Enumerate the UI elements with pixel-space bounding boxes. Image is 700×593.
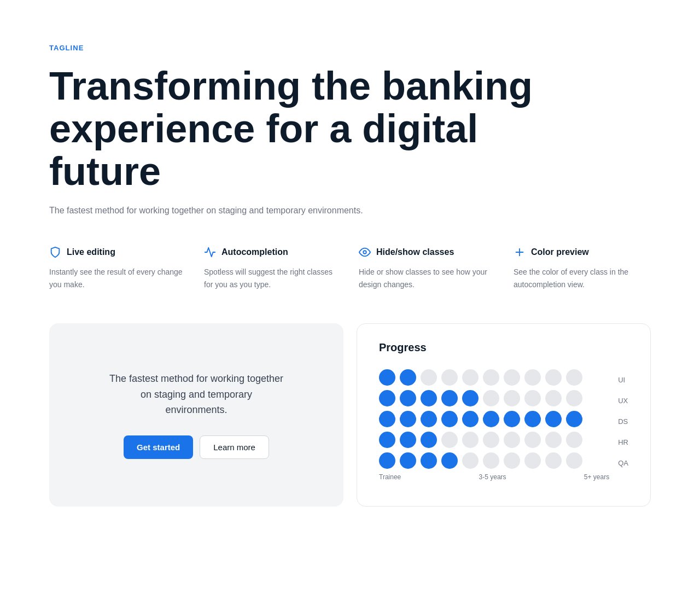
x-label-trainee: Trainee [379, 473, 401, 481]
svg-point-0 [363, 251, 366, 254]
dot [421, 432, 437, 448]
dot [462, 411, 479, 427]
dot-grid: Trainee 3-5 years 5+ years [379, 369, 609, 489]
row-label-ui: UI [618, 369, 628, 390]
feature-header: Autocompletion [204, 246, 341, 258]
row-label-ds: DS [618, 411, 628, 432]
dot [400, 369, 416, 386]
dot [566, 390, 582, 406]
progress-card: Progress [357, 323, 651, 507]
dot [545, 452, 562, 469]
dot [421, 369, 437, 386]
dot [483, 432, 499, 448]
get-started-button[interactable]: Get started [124, 435, 193, 459]
dot [524, 369, 541, 386]
hide-show-icon [359, 246, 371, 258]
cta-buttons: Get started Learn more [124, 435, 269, 459]
learn-more-button[interactable]: Learn more [200, 435, 269, 459]
feature-title: Autocompletion [221, 247, 288, 257]
feature-header: Live editing [49, 246, 186, 258]
dot [504, 432, 520, 448]
dot [441, 369, 458, 386]
feature-desc: See the color of every class in the auto… [514, 266, 651, 290]
dot [462, 369, 479, 386]
dot [400, 432, 416, 448]
dot [462, 432, 479, 448]
dot [566, 369, 582, 386]
hero-subtitle: The fastest method for working together … [49, 206, 377, 216]
dot-row-ux [379, 390, 609, 406]
dot [400, 411, 416, 427]
dot [504, 369, 520, 386]
feature-header: Hide/show classes [359, 246, 496, 258]
live-editing-icon [49, 246, 61, 258]
features-grid: Live editing Instantly see the result of… [49, 246, 651, 290]
dot [441, 452, 458, 469]
dot [421, 390, 437, 406]
dot [379, 390, 395, 406]
dot [462, 452, 479, 469]
hero-title: Transforming the banking experience for … [49, 65, 596, 193]
dot [504, 452, 520, 469]
autocompletion-icon [204, 246, 216, 258]
dot [545, 390, 562, 406]
dot [400, 452, 416, 469]
dot [566, 411, 582, 427]
dot [441, 390, 458, 406]
dot [421, 452, 437, 469]
dot [524, 452, 541, 469]
feature-header: Color preview [514, 246, 651, 258]
dot [483, 369, 499, 386]
dot [483, 390, 499, 406]
dot [441, 432, 458, 448]
dot [379, 452, 395, 469]
dot-row-ds [379, 411, 609, 427]
dot-row-ui [379, 369, 609, 386]
x-axis: Trainee 3-5 years 5+ years [379, 473, 609, 481]
feature-title: Color preview [531, 247, 589, 257]
dot [462, 390, 479, 406]
row-label-qa: QA [618, 452, 628, 473]
feature-hide-show: Hide/show classes Hide or show classes t… [359, 246, 496, 290]
dot [566, 452, 582, 469]
feature-color-preview: Color preview See the color of every cla… [514, 246, 651, 290]
feature-live-editing: Live editing Instantly see the result of… [49, 246, 186, 290]
dot [379, 411, 395, 427]
cta-card: The fastest method for working together … [49, 323, 343, 507]
row-labels: UI UX DS HR QA [618, 369, 628, 489]
dot [504, 411, 520, 427]
feature-autocompletion: Autocompletion Spotless will suggest the… [204, 246, 341, 290]
dot [566, 432, 582, 448]
dot [545, 369, 562, 386]
progress-title: Progress [379, 341, 628, 354]
feature-desc: Instantly see the result of every change… [49, 266, 186, 290]
cta-card-text: The fastest method for working together … [109, 371, 284, 418]
dot-row-hr [379, 432, 609, 448]
dot [483, 452, 499, 469]
dot [441, 411, 458, 427]
dot [483, 411, 499, 427]
dot [379, 432, 395, 448]
row-label-ux: UX [618, 390, 628, 411]
dot [400, 390, 416, 406]
x-label-mid: 3-5 years [479, 473, 506, 481]
feature-title: Hide/show classes [376, 247, 454, 257]
dot [379, 369, 395, 386]
feature-desc: Hide or show classes to see how your des… [359, 266, 496, 290]
dot-row-qa [379, 452, 609, 469]
tagline: TAGLINE [49, 44, 651, 52]
dot [545, 432, 562, 448]
dot [545, 411, 562, 427]
dot [524, 390, 541, 406]
dot [524, 411, 541, 427]
feature-desc: Spotless will suggest the right classes … [204, 266, 341, 290]
x-label-senior: 5+ years [584, 473, 609, 481]
dot [421, 411, 437, 427]
row-label-hr: HR [618, 432, 628, 452]
bottom-grid: The fastest method for working together … [49, 323, 651, 507]
color-preview-icon [514, 246, 526, 258]
progress-chart: Trainee 3-5 years 5+ years UI UX DS HR Q… [379, 369, 628, 489]
dot [504, 390, 520, 406]
dot [524, 432, 541, 448]
feature-title: Live editing [67, 247, 115, 257]
